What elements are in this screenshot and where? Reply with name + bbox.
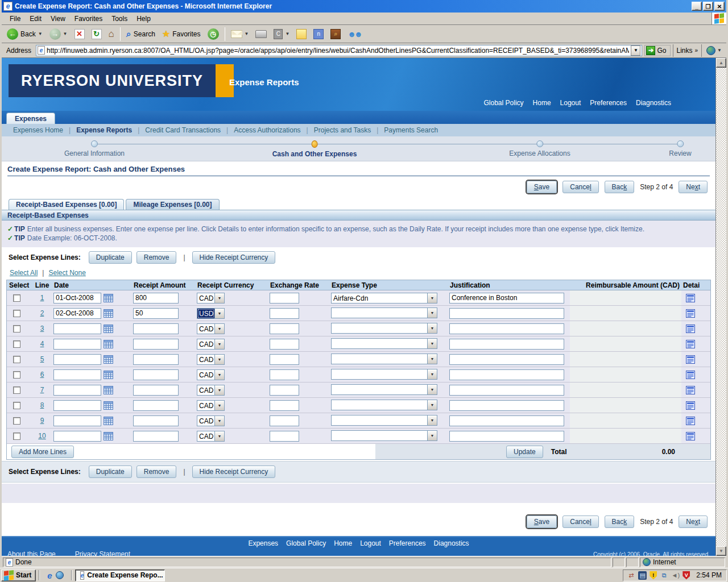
search-button[interactable]: ⌕ Search [123,28,158,40]
tray-network-icon[interactable]: ⧉ [660,571,668,580]
exchange-rate-input[interactable] [270,323,299,334]
calendar-icon[interactable] [104,416,113,425]
receipt-currency-select[interactable]: CAD ▼ [197,369,225,380]
justification-input[interactable] [449,415,564,426]
date-input[interactable] [53,293,101,304]
receipt-amount-input[interactable] [133,431,179,442]
footer-home-link[interactable]: Home [334,539,352,547]
receipt-amount-input[interactable] [133,293,179,304]
expense-type-select[interactable]: ▼ [331,307,437,318]
history-button[interactable]: ◷ [205,27,222,41]
details-icon[interactable] [686,432,695,440]
calendar-icon[interactable] [104,293,113,302]
line-number-link[interactable]: 9 [40,417,44,425]
duplicate-button[interactable]: Duplicate [89,251,132,264]
tab-mileage-expenses[interactable]: Mileage Expenses [0.00] [126,199,219,210]
save-button[interactable]: Save [527,516,557,528]
sticky-note-button[interactable] [293,28,309,40]
expense-type-select[interactable]: ▼ [331,384,437,395]
scroll-up-icon[interactable]: ▲ [716,58,726,68]
footer-expenses-link[interactable]: Expenses [248,539,278,547]
receipt-currency-select[interactable]: CAD ▼ [197,339,225,350]
line-number-link[interactable]: 7 [40,386,44,394]
date-input[interactable] [53,308,101,319]
calendar-icon[interactable] [104,324,113,333]
address-dropdown-icon[interactable]: ▼ [631,45,640,56]
receipt-amount-input[interactable] [133,415,179,426]
train-step-expense-allocations[interactable]: Expense Allocations [509,140,570,157]
row-checkbox[interactable] [13,417,20,425]
row-checkbox[interactable] [13,371,20,379]
calendar-icon[interactable] [104,431,113,440]
address-input[interactable]: e http://finuweb.admin.ryerson.ca:8007/O… [36,45,642,56]
save-button[interactable]: Save [527,181,557,193]
menu-favorites[interactable]: Favorites [70,14,107,24]
receipt-amount-input[interactable] [133,308,179,319]
justification-input[interactable] [449,400,564,411]
train-step-review[interactable]: Review [669,140,691,157]
footer-global-policy-link[interactable]: Global Policy [286,539,326,547]
calendar-icon[interactable] [104,370,113,379]
expense-type-select[interactable]: ▼ [331,323,437,334]
menu-file[interactable]: File [5,14,25,24]
privacy-statement-link[interactable]: Privacy Statement [75,550,130,556]
expense-type-select[interactable]: ▼ [331,415,437,426]
start-button[interactable]: Start [1,569,36,581]
row-checkbox[interactable] [13,310,20,317]
justification-input[interactable] [449,385,564,396]
train-step-general-information[interactable]: General Information [64,140,125,157]
edit-button[interactable]: C▼ [271,28,292,40]
date-input[interactable] [53,400,101,411]
footer-preferences-link[interactable]: Preferences [389,539,426,547]
justification-input[interactable] [449,323,564,334]
footer-logout-link[interactable]: Logout [360,539,381,547]
exchange-rate-input[interactable] [270,385,299,396]
preferences-link[interactable]: Preferences [590,99,627,107]
receipt-amount-input[interactable] [133,385,179,396]
line-number-link[interactable]: 10 [38,432,46,440]
receipt-amount-input[interactable] [133,400,179,411]
date-input[interactable] [53,369,101,380]
update-button[interactable]: Update [506,446,543,458]
nav-expenses-home[interactable]: Expenses Home [7,126,69,134]
hide-receipt-currency-button[interactable]: Hide Receipt Currency [192,465,276,478]
justification-input[interactable] [449,308,564,319]
duplicate-button[interactable]: Duplicate [89,465,132,478]
row-checkbox[interactable] [13,386,20,394]
exchange-rate-input[interactable] [270,354,299,365]
go-button[interactable]: ➔ Go [644,45,670,56]
favorites-button[interactable]: ★ Favorites [159,27,204,40]
line-number-link[interactable]: 5 [40,355,44,363]
nav-expense-reports[interactable]: Expense Reports [71,126,138,134]
scroll-down-icon[interactable]: ▼ [716,546,726,556]
receipt-amount-input[interactable] [133,339,179,350]
line-number-link[interactable]: 1 [40,294,44,302]
tray-antivirus-icon[interactable]: V [682,571,690,580]
receipt-amount-input[interactable] [133,369,179,380]
remove-button[interactable]: Remove [136,251,177,264]
hide-receipt-currency-button[interactable]: Hide Receipt Currency [192,251,276,264]
details-icon[interactable] [686,386,695,394]
remove-button[interactable]: Remove [136,465,177,478]
tray-device-icon[interactable]: ▤ [638,571,647,580]
print-button[interactable] [253,29,270,39]
details-icon[interactable] [686,371,695,379]
row-checkbox[interactable] [13,356,20,363]
add-more-lines-button[interactable]: Add More Lines [11,446,74,458]
calendar-icon[interactable] [104,355,113,364]
date-input[interactable] [53,385,101,396]
quick-launch-icon-2[interactable] [56,571,64,579]
footer-diagnostics-link[interactable]: Diagnostics [434,539,469,547]
restore-button[interactable]: ❐ [703,2,713,11]
date-input[interactable] [53,323,101,334]
expense-type-select[interactable]: ▼ [331,430,437,441]
mail-button[interactable]: ▼ [228,29,252,39]
tray-security-alert-icon[interactable]: ! [650,571,657,580]
tab-receipt-based-expenses[interactable]: Receipt-Based Expenses [0.00] [9,199,124,210]
menu-view[interactable]: View [46,14,70,24]
select-none-link[interactable]: Select None [48,269,85,277]
forward-button[interactable]: →▼ [47,27,71,41]
line-number-link[interactable]: 8 [40,401,44,409]
exchange-rate-input[interactable] [270,369,299,380]
home-link[interactable]: Home [533,99,551,107]
